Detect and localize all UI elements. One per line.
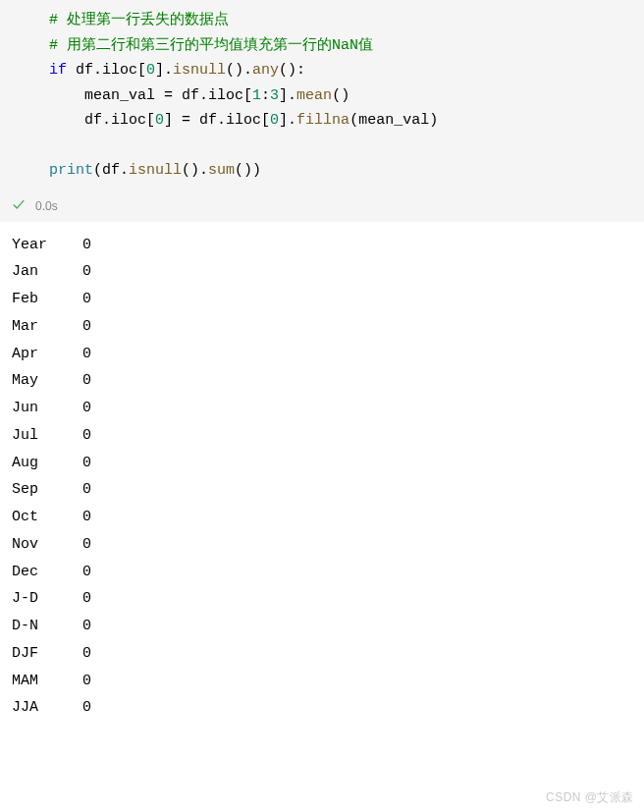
output-label: Year — [12, 232, 82, 259]
output-label: May — [12, 367, 82, 395]
output-value: 0 — [82, 372, 91, 389]
code-line-blank — [0, 134, 644, 159]
status-bar: 0.0s — [0, 191, 644, 222]
output-row: Jul0 — [12, 422, 644, 450]
code-line-comment-1: # 处理第一行丢失的数据点 — [0, 8, 644, 33]
output-value: 0 — [82, 618, 91, 634]
output-row: Sep0 — [12, 476, 644, 504]
output-label: Feb — [12, 286, 82, 313]
output-value: 0 — [82, 318, 91, 335]
code-line-body-2: df.iloc[0] = df.iloc[0].fillna(mean_val) — [0, 108, 644, 134]
output-row: Apr0 — [12, 341, 644, 368]
output-label: Oct — [12, 504, 82, 531]
output-label: Aug — [12, 450, 82, 477]
code-line-body-1: mean_val = df.iloc[1:3].mean() — [0, 83, 644, 109]
output-value: 0 — [82, 699, 91, 716]
output-label: J-D — [12, 585, 82, 613]
output-row: Jan0 — [12, 258, 644, 286]
output-label: Jun — [12, 395, 82, 422]
output-label: Jul — [12, 422, 82, 450]
output-row: J-D0 — [12, 585, 644, 613]
output-cell: Year0Jan0Feb0Mar0Apr0May0Jun0Jul0Aug0Sep… — [0, 222, 644, 723]
output-value: 0 — [82, 291, 91, 307]
output-row: May0 — [12, 367, 644, 395]
output-row: Year0 — [12, 232, 644, 259]
code-cell[interactable]: # 处理第一行丢失的数据点 # 用第二行和第三行的平均值填充第一行的NaN值 i… — [0, 0, 644, 191]
code-line-if: if df.iloc[0].isnull().any(): — [0, 58, 644, 83]
output-value: 0 — [82, 427, 91, 444]
output-label: Apr — [12, 341, 82, 368]
output-row: Nov0 — [12, 531, 644, 559]
output-row: Oct0 — [12, 504, 644, 531]
output-row: Aug0 — [12, 450, 644, 477]
code-line-comment-2: # 用第二行和第三行的平均值填充第一行的NaN值 — [0, 33, 644, 59]
output-label: DJF — [12, 640, 82, 668]
checkmark-icon — [12, 197, 26, 216]
output-row: Mar0 — [12, 313, 644, 341]
output-row: JJA0 — [12, 694, 644, 722]
output-label: Mar — [12, 313, 82, 341]
output-row: Jun0 — [12, 395, 644, 422]
output-row: Dec0 — [12, 559, 644, 586]
output-value: 0 — [82, 536, 91, 553]
output-value: 0 — [82, 509, 91, 525]
output-row: MAM0 — [12, 668, 644, 695]
output-label: JJA — [12, 694, 82, 722]
output-value: 0 — [82, 564, 91, 580]
output-value: 0 — [82, 346, 91, 362]
output-label: D-N — [12, 613, 82, 640]
output-value: 0 — [82, 455, 91, 471]
output-label: Jan — [12, 258, 82, 286]
output-value: 0 — [82, 645, 91, 662]
output-value: 0 — [82, 237, 91, 253]
output-value: 0 — [82, 263, 91, 280]
output-label: Dec — [12, 559, 82, 586]
output-label: Sep — [12, 476, 82, 504]
output-label: Nov — [12, 531, 82, 559]
code-line-print: print(df.isnull().sum()) — [0, 158, 644, 184]
output-value: 0 — [82, 673, 91, 689]
output-value: 0 — [82, 481, 91, 498]
output-value: 0 — [82, 590, 91, 607]
output-value: 0 — [82, 400, 91, 416]
output-label: MAM — [12, 668, 82, 695]
output-row: DJF0 — [12, 640, 644, 668]
output-row: Feb0 — [12, 286, 644, 313]
execution-time: 0.0s — [35, 199, 58, 213]
output-row: D-N0 — [12, 613, 644, 640]
